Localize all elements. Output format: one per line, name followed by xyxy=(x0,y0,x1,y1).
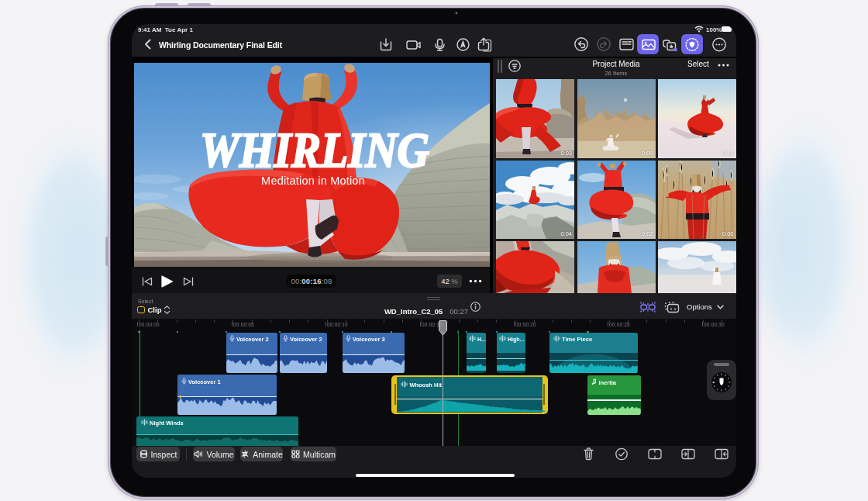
svg-text:Meditation in Motion: Meditation in Motion xyxy=(261,174,365,187)
svg-text:WHIRLING: WHIRLING xyxy=(200,123,429,178)
